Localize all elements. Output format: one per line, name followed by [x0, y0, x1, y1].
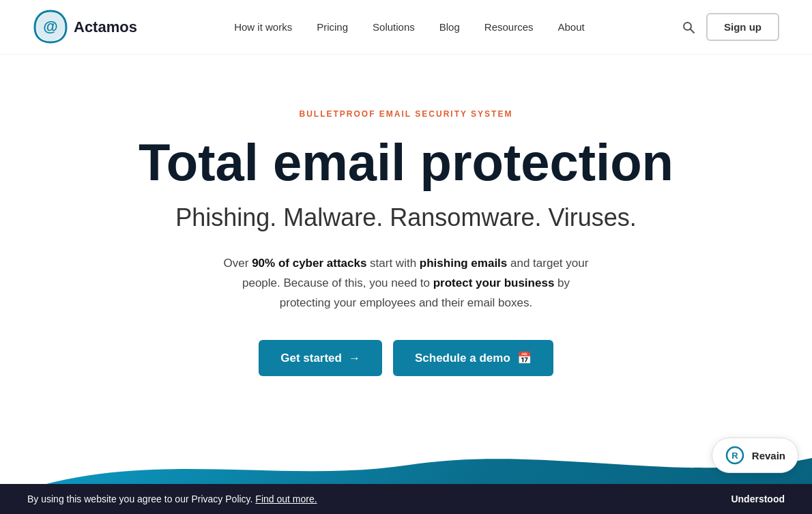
hero-body: Over 90% of cyber attacks start with phi… [222, 254, 590, 313]
cookie-link[interactable]: Find out more. [255, 494, 317, 504]
revain-icon: R [725, 445, 745, 466]
nav-right: Sign up [682, 13, 779, 41]
hero-body-bold3: protect your business [433, 276, 555, 289]
hero-subtitle: Phishing. Malware. Ransomware. Viruses. [14, 203, 798, 232]
nav-how-it-works[interactable]: How it works [234, 21, 292, 33]
calendar-icon: 📅 [517, 351, 532, 365]
svg-text:@: @ [43, 18, 57, 35]
get-started-label: Get started [280, 352, 342, 365]
logo-text: Actamos [74, 18, 137, 36]
cookie-understood-button[interactable]: Understood [731, 494, 785, 504]
revain-label: Revain [752, 450, 785, 461]
hero-section: BULLETPROOF EMAIL SECURITY SYSTEM Total … [0, 55, 812, 417]
svg-line-2 [690, 29, 694, 33]
navbar: @ Actamos How it works Pricing Solutions… [0, 0, 812, 55]
search-icon [682, 20, 695, 34]
hero-body-bold2: phishing emails [420, 257, 507, 270]
nav-about[interactable]: About [558, 21, 585, 33]
hero-body-text1: Over [224, 257, 252, 270]
nav-pricing[interactable]: Pricing [317, 21, 348, 33]
logo-icon: @ [33, 10, 68, 45]
hero-body-text2: start with [366, 257, 419, 270]
schedule-demo-label: Schedule a demo [415, 352, 510, 365]
signup-button[interactable]: Sign up [706, 13, 779, 41]
nav-links: How it works Pricing Solutions Blog Reso… [234, 21, 585, 33]
cookie-banner: By using this website you agree to our P… [0, 484, 812, 514]
search-button[interactable] [682, 20, 695, 34]
arrow-icon: → [349, 352, 360, 365]
svg-text:R: R [731, 451, 738, 461]
get-started-button[interactable]: Get started → [259, 340, 382, 376]
hero-title: Total email protection [14, 135, 798, 190]
hero-cta: Get started → Schedule a demo 📅 [14, 340, 798, 376]
hero-body-bold1: 90% of cyber attacks [252, 257, 366, 270]
nav-resources[interactable]: Resources [484, 21, 534, 33]
schedule-demo-button[interactable]: Schedule a demo 📅 [393, 340, 553, 376]
cookie-text: By using this website you agree to our P… [27, 494, 317, 504]
hero-badge: BULLETPROOF EMAIL SECURITY SYSTEM [14, 109, 798, 119]
logo-link[interactable]: @ Actamos [33, 10, 137, 45]
revain-widget[interactable]: R Revain [712, 438, 798, 473]
nav-blog[interactable]: Blog [439, 21, 460, 33]
nav-solutions[interactable]: Solutions [373, 21, 415, 33]
